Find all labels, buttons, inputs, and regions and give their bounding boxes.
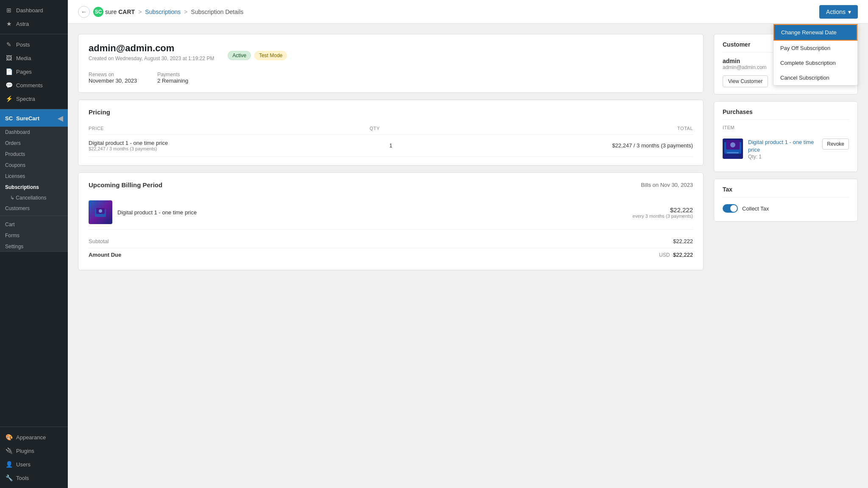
- plugins-icon: 🔌: [5, 447, 13, 455]
- renews-date: November 30, 2023: [89, 78, 137, 84]
- breadcrumb-subscriptions[interactable]: Subscriptions: [145, 8, 181, 15]
- sidebar-item-label: Appearance: [16, 434, 46, 441]
- svg-rect-7: [727, 152, 739, 153]
- back-button[interactable]: ←: [78, 6, 90, 18]
- pricing-card: Pricing PRICE QTY TOTAL Digital product …: [78, 100, 704, 166]
- payments-remaining: Payments 2 Remaining: [157, 72, 188, 84]
- sidebar-item-coupons[interactable]: Coupons: [0, 160, 68, 171]
- logo-sure: sure: [105, 8, 117, 15]
- main-panel: admin@admin.com Created on Wednesday, Au…: [78, 34, 704, 270]
- sidebar-item-label: Posts: [16, 42, 30, 48]
- product-total: $22,247 / 3 months (3 payments): [412, 142, 693, 149]
- billing-price: $22,222 every 3 months (3 payments): [633, 206, 693, 219]
- payments-label: Payments: [157, 72, 188, 78]
- logo-cart: CART: [118, 8, 135, 15]
- sidebar-item-spectra[interactable]: ⚡ Spectra: [0, 92, 68, 105]
- purchase-name: Digital product 1 - one time price: [748, 139, 817, 154]
- subscription-header-card: admin@admin.com Created on Wednesday, Au…: [78, 34, 704, 93]
- product-name: Digital product 1 - one time price: [89, 140, 370, 146]
- sidebar-item-cart[interactable]: Cart: [0, 219, 68, 230]
- sidebar-item-tools[interactable]: 🔧 Tools: [0, 471, 68, 485]
- dropdown-item-cancel[interactable]: Cancel Subscription: [773, 70, 857, 85]
- billing-product-name: Digital product 1 - one time price: [117, 209, 628, 216]
- actions-label: Actions: [826, 8, 846, 15]
- sidebar-item-subscriptions[interactable]: Subscriptions: [0, 182, 68, 193]
- sidebar-item-astra[interactable]: ★ Astra: [0, 17, 68, 30]
- view-customer-button[interactable]: View Customer: [723, 75, 768, 87]
- sidebar-item-products[interactable]: Products: [0, 149, 68, 160]
- sidebar-item-orders[interactable]: Orders: [0, 138, 68, 149]
- product-name-cell: Digital product 1 - one time price $22,2…: [89, 140, 370, 151]
- amount-due-row: Amount Due USD $22,222: [89, 248, 693, 261]
- svg-point-6: [730, 142, 735, 147]
- renews-on: Renews on November 30, 2023: [89, 72, 137, 84]
- subscription-created: Created on Wednesday, August 30, 2023 at…: [89, 55, 214, 61]
- pricing-row: Digital product 1 - one time price $22,2…: [89, 135, 693, 157]
- actions-dropdown: Change Renewal Date Pay Off Subscription…: [773, 24, 858, 86]
- comments-icon: 💬: [5, 81, 13, 89]
- sidebar-item-plugins[interactable]: 🔌 Plugins: [0, 444, 68, 458]
- sidebar-item-licenses[interactable]: Licenses: [0, 171, 68, 182]
- sidebar-item-label: Comments: [16, 82, 43, 89]
- sidebar-item-comments[interactable]: 💬 Comments: [0, 78, 68, 92]
- actions-button[interactable]: Actions ▾: [819, 5, 858, 19]
- sidebar-item-users[interactable]: 👤 Users: [0, 458, 68, 471]
- breadcrumb: ← SC sureCART > Subscriptions > Subscrip…: [78, 6, 243, 18]
- sidebar-item-label: Media: [16, 55, 31, 61]
- collect-tax-toggle[interactable]: [723, 204, 738, 213]
- sidebar-item-dashboard[interactable]: ⊞ Dashboard: [0, 3, 68, 17]
- subscription-email: admin@admin.com: [89, 43, 214, 54]
- bills-on: Bills on Nov 30, 2023: [641, 182, 693, 188]
- col-total: TOTAL: [412, 126, 693, 131]
- surecart-header[interactable]: SC SureCart ◀: [0, 110, 68, 127]
- amount-due-value: USD $22,222: [659, 252, 693, 258]
- dropdown-item-change-renewal[interactable]: Change Renewal Date: [773, 24, 857, 41]
- tax-card: Tax Collect Tax: [714, 179, 858, 222]
- dropdown-item-pay-off[interactable]: Pay Off Subscription: [773, 41, 857, 55]
- purchase-thumbnail: [723, 139, 743, 159]
- tax-title: Tax: [723, 186, 849, 197]
- breadcrumb-sep-1: >: [138, 8, 142, 15]
- badge-test: Test Mode: [254, 51, 287, 60]
- users-icon: 👤: [5, 460, 13, 468]
- topbar: ← SC sureCART > Subscriptions > Subscrip…: [68, 0, 868, 24]
- sidebar-item-label: Plugins: [16, 448, 34, 454]
- billing-totals: Subtotal $22,222 Amount Due USD $22,222: [89, 235, 693, 261]
- item-col-header: ITEM: [723, 125, 849, 130]
- billing-freq: every 3 months (3 payments): [633, 214, 693, 219]
- sidebar-item-appearance[interactable]: 🎨 Appearance: [0, 430, 68, 444]
- purchase-details: Digital product 1 - one time price Qty: …: [748, 139, 817, 160]
- sidebar-item-label: Spectra: [16, 96, 35, 102]
- billing-title: Upcoming Billing Period: [89, 181, 162, 189]
- purchase-qty: Qty: 1: [748, 154, 817, 160]
- product-qty: 1: [370, 142, 412, 149]
- sidebar-item-posts[interactable]: ✎ Posts: [0, 38, 68, 51]
- page-content: admin@admin.com Created on Wednesday, Au…: [68, 24, 868, 280]
- dropdown-item-complete[interactable]: Complete Subscription: [773, 55, 857, 70]
- sidebar-item-label: Pages: [16, 69, 32, 75]
- tools-icon: 🔧: [5, 474, 13, 482]
- sidebar-item-pages[interactable]: 📄 Pages: [0, 65, 68, 78]
- pricing-table-header: PRICE QTY TOTAL: [89, 122, 693, 135]
- actions-chevron-icon: ▾: [848, 8, 851, 15]
- main-content: ← SC sureCART > Subscriptions > Subscrip…: [68, 0, 868, 488]
- sidebar-item-settings[interactable]: Settings: [0, 241, 68, 252]
- purchase-item: Digital product 1 - one time price Qty: …: [723, 133, 849, 165]
- renews-label: Renews on: [89, 72, 137, 78]
- subtotal-label: Subtotal: [89, 238, 109, 244]
- pricing-title: Pricing: [89, 108, 693, 116]
- amount-due-label: Amount Due: [89, 252, 121, 258]
- sidebar-item-label: Users: [16, 461, 31, 468]
- sidebar-item-forms[interactable]: Forms: [0, 230, 68, 241]
- surecart-collapse-icon: ◀: [58, 114, 63, 122]
- sidebar-item-media[interactable]: 🖼 Media: [0, 51, 68, 65]
- svg-point-2: [99, 209, 102, 213]
- badge-active: Active: [228, 51, 251, 60]
- sidebar-item-sc-dashboard[interactable]: Dashboard: [0, 127, 68, 138]
- revoke-button[interactable]: Revoke: [822, 139, 849, 150]
- billing-thumb-inner: [89, 200, 112, 224]
- col-price: PRICE: [89, 126, 370, 131]
- sidebar-item-customers[interactable]: Customers: [0, 203, 68, 214]
- sidebar-item-label: Dashboard: [16, 7, 43, 14]
- sidebar-item-cancellations[interactable]: ↳ Cancellations: [0, 193, 68, 203]
